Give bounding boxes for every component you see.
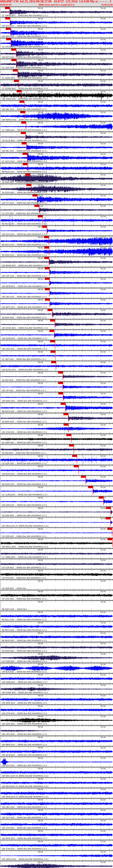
pick-flag[interactable]: xT 4 xyxy=(32,194,37,196)
trace-row[interactable]: 00:5901:00xT 4CC STD BHZ -- 99999.0km BW… xyxy=(0,205,113,215)
pick-flag[interactable]: xT 4 xyxy=(6,28,10,30)
trace-row[interactable]: 00:5901:00UW UWFH EHZ -- 99999.0km BW HI… xyxy=(0,850,113,861)
pick-flag[interactable]: xT 4 xyxy=(107,528,112,530)
pick-flag[interactable]: xT 4 xyxy=(23,163,27,165)
pick-flag[interactable]: xT 4 xyxy=(34,205,39,207)
trace-row[interactable]: 00:5901:00UW BLN EHZ -- 99999.0km BW HIG… xyxy=(0,663,113,673)
trace-row[interactable]: 00:5901:00CN OZB BHZ -- 99999.0km BW HIG… xyxy=(0,559,113,569)
trace-row[interactable]: 00:5901:00CN SNB BHZ -- 99999.0km xyxy=(0,580,113,590)
trace-row[interactable]: 00:5901:00xT 4CN NLLB BHZ -- 99999.0km B… xyxy=(0,132,113,142)
trace-row[interactable]: 00:5901:00RB B011 EHZ -- 99999.0km BW HI… xyxy=(0,611,113,621)
pick-flag[interactable]: xT 4 xyxy=(38,215,42,217)
pick-flag[interactable]: xT 4 xyxy=(5,7,9,9)
trace-row[interactable]: 00:5901:00xT 4UW JCW EHZ -- 99999.0km BW… xyxy=(0,423,113,434)
pick-flag[interactable]: xT 4 xyxy=(21,132,26,134)
pick-flag[interactable]: xT 4 xyxy=(74,465,78,467)
pick-flag[interactable]: xT 4 xyxy=(72,455,77,457)
pick-flag[interactable]: xT 4 xyxy=(88,486,93,488)
trace-row[interactable]: 00:5901:00xT 4CC SWFB BHZ -- 99999.0km B… xyxy=(0,7,113,17)
pick-flag[interactable]: xT 4 xyxy=(45,278,49,280)
trace-row[interactable]: 00:5901:00UW OCP EHZ -- 99999.0km BW HIG… xyxy=(0,809,113,819)
trace-row[interactable]: 00:5901:00xT 4UW DY2 EHZ -- 99999.0km BW… xyxy=(0,194,113,205)
trace-row[interactable]: 00:5901:00xT 4UW HSR EHZ -- 99999.0km BW… xyxy=(0,496,113,506)
pick-flag[interactable]: xT 4 xyxy=(11,59,16,61)
trace-row[interactable]: 00:5901:00xT 4CC NORM BHZ -- 99999.0km B… xyxy=(0,80,113,90)
trace-row[interactable]: 00:5901:00xT 4UW BEN EHZ -- 99999.0km BW… xyxy=(0,27,113,38)
trace-row[interactable]: 00:5901:00TA D03D BHZ -- 99999.0km BW HI… xyxy=(0,642,113,652)
trace-row[interactable]: 00:5901:00CN PFB HHZ -- 99999.0km BW HIG… xyxy=(0,569,113,580)
trace-row[interactable]: 00:5901:00xT 4TA J05D BHZ -- 99999.0km B… xyxy=(0,173,113,184)
pick-flag[interactable]: xT 4 xyxy=(108,538,112,540)
trace-row[interactable]: 00:5901:00xT 4CC CIHL BHZ -- 99999.0km B… xyxy=(0,59,113,69)
trace-row[interactable]: 00:5901:00xT 4TA B05D BHZ -- 99999.0km B… xyxy=(0,413,113,423)
pick-flag[interactable]: xT 4 xyxy=(45,299,49,301)
pick-flag[interactable]: xT 4 xyxy=(50,340,55,342)
trace-row[interactable]: 00:5901:00UW WISH BHZ -- 99999.0km BW HI… xyxy=(0,861,113,868)
trace-row[interactable]: 00:5901:00xT 4RB B943 EHZ -- 99999.0km B… xyxy=(0,246,113,256)
trace-row[interactable]: 00:5901:00xT 4TA I04A BHZ -- 99999.0km B… xyxy=(0,444,113,455)
pick-flag[interactable]: xT 4 xyxy=(58,382,63,384)
pick-flag[interactable]: xT 4 xyxy=(47,309,52,311)
trace-row[interactable]: 00:5901:00xT 4UW TREE HHZ -- 99999.0km B… xyxy=(0,90,113,100)
trace-row[interactable]: 00:5901:00UW NCO EHZ -- 99999.0km BW HIG… xyxy=(0,756,113,767)
trace-row[interactable]: 00:5901:00xT 4RB B040 EHZ -- 99999.0km B… xyxy=(0,475,113,486)
pick-flag[interactable]: xT 4 xyxy=(66,434,71,436)
pick-flag[interactable]: xT 4 xyxy=(58,372,63,374)
trace-row[interactable]: 00:5901:00UW RPW EHZ -- 99999.0km BW HIG… xyxy=(0,830,113,840)
trace-row[interactable]: 00:5901:00xT 4CN VDB EHZ -- 99999.0km BW… xyxy=(0,527,113,538)
trace-row[interactable]: 00:5901:00xT 4UW DOSE BHZ -- 99999.0km B… xyxy=(0,319,113,330)
trace-row[interactable]: 00:5901:00xT 4RB B004 EHZ -- 99999.0km B… xyxy=(0,402,113,413)
trace-row[interactable]: 00:5901:00xT 4TA E04D BHZ -- 99999.0km B… xyxy=(0,506,113,517)
trace-row[interactable]: 00:5901:00xT 4UW NEL EHZ -- 99999.0km BW… xyxy=(0,142,113,152)
trace-row[interactable]: 00:5901:00xT 4CC CLMS EHZ -- 99999.0km B… xyxy=(0,486,113,496)
trace-row[interactable]: 00:5901:00xT 4UW GBL EHZ -- 99999.0km BW… xyxy=(0,100,113,111)
trace-row[interactable]: 00:5901:00xT 4UW CDF EHZ -- 99999.0km BW… xyxy=(0,267,113,277)
trace-row[interactable]: 00:5901:00UW NN32 EHZ 01 99999.0km BW HI… xyxy=(0,788,113,798)
pick-flag[interactable]: xT 4 xyxy=(45,288,49,290)
pick-flag[interactable]: xT 4 xyxy=(61,403,65,405)
pick-flag[interactable]: xT 4 xyxy=(45,267,49,270)
trace-row[interactable]: 00:5901:00UW HTW EHZ -- 99999.0km BW HIG… xyxy=(0,705,113,715)
pick-flag[interactable]: xT 4 xyxy=(50,351,55,353)
pick-flag[interactable]: xT 4 xyxy=(99,496,103,499)
pick-flag[interactable]: xT 4 xyxy=(58,392,63,395)
trace-row[interactable]: 00:5901:00UW CMW EHZ -- 99999.0km BW HIG… xyxy=(0,673,113,684)
trace-row[interactable]: 00:5901:00UW IZEE HHZ -- 99999.0km BW HI… xyxy=(0,715,113,725)
pick-flag[interactable]: xT 4 xyxy=(13,69,17,71)
pick-flag[interactable]: xT 4 xyxy=(26,184,31,186)
trace-row[interactable]: 00:5901:00UW NN19 EHZ 01 99999.0km BW HI… xyxy=(0,777,113,788)
trace-row[interactable]: 00:5901:00xT 4CC SEP EHZ -- 99999.0km BW… xyxy=(0,350,113,361)
pick-flag[interactable]: xT 4 xyxy=(6,38,11,40)
trace-row[interactable]: 00:5901:00xT 4CC ASBU BHZ -- 99999.0km B… xyxy=(0,69,113,80)
trace-row[interactable]: 00:5901:00xT 4TA I05D BHZ -- 99999.0km B… xyxy=(0,371,113,381)
trace-row[interactable]: 00:5901:00xT 4UW GLDO EHZ -- 99999.0km B… xyxy=(0,361,113,371)
trace-row[interactable]: 00:5901:00xT 4RB B013 EHZ -- 99999.0km B… xyxy=(0,236,113,246)
pick-flag[interactable]: xT 4 xyxy=(69,444,74,446)
trace-row[interactable]: 00:5901:00xT 4UW BRAN BHZ -- 99999.0km B… xyxy=(0,256,113,267)
pick-flag[interactable]: xT 4 xyxy=(44,247,49,249)
pick-flag[interactable]: xT 4 xyxy=(51,361,56,363)
pick-flag[interactable]: xT 4 xyxy=(49,330,54,332)
pick-flag[interactable]: xT 4 xyxy=(50,319,55,321)
trace-row[interactable]: 00:5901:00UW MCW EHZ -- 99999.0km BW HIG… xyxy=(0,746,113,756)
pick-flag[interactable]: xT 4 xyxy=(106,507,111,509)
trace-row[interactable]: 00:5901:00xT 4TA A04D BHZ -- 99999.0km B… xyxy=(0,309,113,319)
pick-flag[interactable]: xT 4 xyxy=(23,153,27,155)
pick-flag[interactable]: xT 4 xyxy=(42,226,47,228)
trace-row[interactable]: 00:5901:00xT 4UW WOLL HHZ -- 99999.0km B… xyxy=(0,538,113,548)
trace-row[interactable]: 00:5901:00xT 4UW MDW EHZ -- 99999.0km BW… xyxy=(0,277,113,288)
trace-row[interactable]: 00:5901:00xT 4UW WRD EHZ -- 99999.0km BW… xyxy=(0,392,113,402)
trace-row[interactable]: 00:5901:00xT 4UW RCM EHZ -- 99999.0km BW… xyxy=(0,465,113,475)
pick-flag[interactable]: xT 4 xyxy=(44,257,49,259)
trace-row[interactable]: 00:5901:00xT 4CC HIYU EHZ -- 99999.0km B… xyxy=(0,152,113,163)
pick-flag[interactable]: xT 4 xyxy=(44,236,49,238)
trace-row[interactable]: 00:5901:00xT 4UW SOS EHZ -- 99999.0km BW… xyxy=(0,225,113,236)
trace-row[interactable]: 00:5901:00UW MBW EHZ -- 99999.0km BW HIG… xyxy=(0,736,113,746)
trace-row[interactable]: 00:5901:00xT 4UW WPO EHZ -- 99999.0km BW… xyxy=(0,298,113,309)
trace-row[interactable]: 00:5901:00xT 4UW NN21 EHZ 01 99999.0km B… xyxy=(0,517,113,527)
pick-flag[interactable]: xT 4 xyxy=(21,122,26,124)
trace-row[interactable]: 00:5901:00xT 4NC KMR HHZ -- 99999.0km BW… xyxy=(0,434,113,444)
trace-row[interactable]: 00:5901:00UW FORK BHZ -- 99999.0km BW HI… xyxy=(0,684,113,694)
trace-row[interactable]: 00:5901:00xT 4CN GDR EHZ -- 99999.0km BW… xyxy=(0,455,113,465)
trace-row[interactable]: 00:5901:00UW STW EHZ -- 99999.0km BW HIG… xyxy=(0,840,113,850)
